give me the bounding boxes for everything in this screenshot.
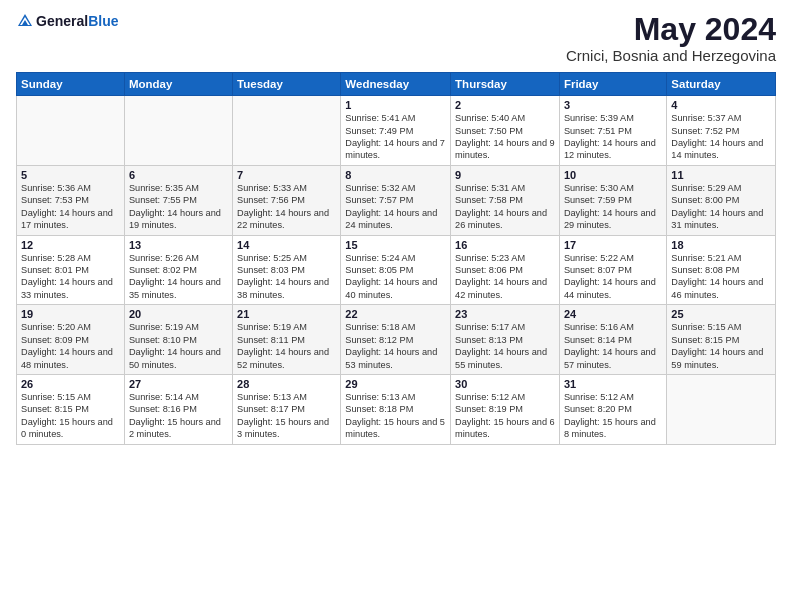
day-number: 3 (564, 99, 662, 111)
day-info: Sunrise: 5:40 AM Sunset: 7:50 PM Dayligh… (455, 112, 555, 162)
calendar-cell: 21Sunrise: 5:19 AM Sunset: 8:11 PM Dayli… (233, 305, 341, 375)
day-number: 12 (21, 239, 120, 251)
calendar-table: Sunday Monday Tuesday Wednesday Thursday… (16, 72, 776, 444)
day-info: Sunrise: 5:30 AM Sunset: 7:59 PM Dayligh… (564, 182, 662, 232)
day-info: Sunrise: 5:22 AM Sunset: 8:07 PM Dayligh… (564, 252, 662, 302)
day-number: 1 (345, 99, 446, 111)
calendar-cell: 1Sunrise: 5:41 AM Sunset: 7:49 PM Daylig… (341, 96, 451, 166)
col-saturday: Saturday (667, 73, 776, 96)
day-number: 23 (455, 308, 555, 320)
calendar-cell: 7Sunrise: 5:33 AM Sunset: 7:56 PM Daylig… (233, 165, 341, 235)
month-title: May 2024 (566, 12, 776, 47)
day-info: Sunrise: 5:18 AM Sunset: 8:12 PM Dayligh… (345, 321, 446, 371)
day-info: Sunrise: 5:35 AM Sunset: 7:55 PM Dayligh… (129, 182, 228, 232)
day-number: 19 (21, 308, 120, 320)
calendar-cell: 2Sunrise: 5:40 AM Sunset: 7:50 PM Daylig… (451, 96, 560, 166)
day-number: 28 (237, 378, 336, 390)
day-info: Sunrise: 5:29 AM Sunset: 8:00 PM Dayligh… (671, 182, 771, 232)
day-number: 15 (345, 239, 446, 251)
day-info: Sunrise: 5:26 AM Sunset: 8:02 PM Dayligh… (129, 252, 228, 302)
calendar-cell: 23Sunrise: 5:17 AM Sunset: 8:13 PM Dayli… (451, 305, 560, 375)
calendar-cell (667, 374, 776, 444)
calendar-cell: 13Sunrise: 5:26 AM Sunset: 8:02 PM Dayli… (124, 235, 232, 305)
day-number: 18 (671, 239, 771, 251)
calendar-cell: 16Sunrise: 5:23 AM Sunset: 8:06 PM Dayli… (451, 235, 560, 305)
day-info: Sunrise: 5:16 AM Sunset: 8:14 PM Dayligh… (564, 321, 662, 371)
day-number: 9 (455, 169, 555, 181)
day-number: 4 (671, 99, 771, 111)
header: GeneralBlue May 2024 Crnici, Bosnia and … (16, 12, 776, 64)
day-number: 22 (345, 308, 446, 320)
day-number: 26 (21, 378, 120, 390)
day-info: Sunrise: 5:28 AM Sunset: 8:01 PM Dayligh… (21, 252, 120, 302)
calendar-week-2: 5Sunrise: 5:36 AM Sunset: 7:53 PM Daylig… (17, 165, 776, 235)
day-info: Sunrise: 5:21 AM Sunset: 8:08 PM Dayligh… (671, 252, 771, 302)
calendar-cell: 15Sunrise: 5:24 AM Sunset: 8:05 PM Dayli… (341, 235, 451, 305)
calendar-week-5: 26Sunrise: 5:15 AM Sunset: 8:15 PM Dayli… (17, 374, 776, 444)
day-number: 24 (564, 308, 662, 320)
calendar-cell: 4Sunrise: 5:37 AM Sunset: 7:52 PM Daylig… (667, 96, 776, 166)
calendar-week-3: 12Sunrise: 5:28 AM Sunset: 8:01 PM Dayli… (17, 235, 776, 305)
day-info: Sunrise: 5:39 AM Sunset: 7:51 PM Dayligh… (564, 112, 662, 162)
col-wednesday: Wednesday (341, 73, 451, 96)
day-number: 21 (237, 308, 336, 320)
day-number: 27 (129, 378, 228, 390)
day-info: Sunrise: 5:13 AM Sunset: 8:18 PM Dayligh… (345, 391, 446, 441)
day-number: 13 (129, 239, 228, 251)
logo: GeneralBlue (16, 12, 118, 30)
calendar-cell: 14Sunrise: 5:25 AM Sunset: 8:03 PM Dayli… (233, 235, 341, 305)
calendar-cell: 28Sunrise: 5:13 AM Sunset: 8:17 PM Dayli… (233, 374, 341, 444)
calendar-week-1: 1Sunrise: 5:41 AM Sunset: 7:49 PM Daylig… (17, 96, 776, 166)
day-info: Sunrise: 5:13 AM Sunset: 8:17 PM Dayligh… (237, 391, 336, 441)
calendar-cell (124, 96, 232, 166)
calendar-cell: 9Sunrise: 5:31 AM Sunset: 7:58 PM Daylig… (451, 165, 560, 235)
day-info: Sunrise: 5:32 AM Sunset: 7:57 PM Dayligh… (345, 182, 446, 232)
day-info: Sunrise: 5:25 AM Sunset: 8:03 PM Dayligh… (237, 252, 336, 302)
day-number: 17 (564, 239, 662, 251)
day-info: Sunrise: 5:20 AM Sunset: 8:09 PM Dayligh… (21, 321, 120, 371)
day-info: Sunrise: 5:24 AM Sunset: 8:05 PM Dayligh… (345, 252, 446, 302)
logo-blue: Blue (88, 13, 118, 29)
col-sunday: Sunday (17, 73, 125, 96)
logo-text: GeneralBlue (36, 12, 118, 30)
calendar-cell: 22Sunrise: 5:18 AM Sunset: 8:12 PM Dayli… (341, 305, 451, 375)
col-friday: Friday (559, 73, 666, 96)
calendar-cell: 19Sunrise: 5:20 AM Sunset: 8:09 PM Dayli… (17, 305, 125, 375)
day-info: Sunrise: 5:15 AM Sunset: 8:15 PM Dayligh… (21, 391, 120, 441)
day-info: Sunrise: 5:36 AM Sunset: 7:53 PM Dayligh… (21, 182, 120, 232)
day-number: 30 (455, 378, 555, 390)
day-number: 5 (21, 169, 120, 181)
calendar-cell: 31Sunrise: 5:12 AM Sunset: 8:20 PM Dayli… (559, 374, 666, 444)
calendar-week-4: 19Sunrise: 5:20 AM Sunset: 8:09 PM Dayli… (17, 305, 776, 375)
day-info: Sunrise: 5:31 AM Sunset: 7:58 PM Dayligh… (455, 182, 555, 232)
logo-icon (16, 12, 34, 30)
calendar-cell: 12Sunrise: 5:28 AM Sunset: 8:01 PM Dayli… (17, 235, 125, 305)
day-number: 16 (455, 239, 555, 251)
calendar-cell (17, 96, 125, 166)
day-number: 6 (129, 169, 228, 181)
calendar-page: GeneralBlue May 2024 Crnici, Bosnia and … (0, 0, 792, 612)
calendar-cell: 17Sunrise: 5:22 AM Sunset: 8:07 PM Dayli… (559, 235, 666, 305)
day-number: 29 (345, 378, 446, 390)
day-info: Sunrise: 5:19 AM Sunset: 8:11 PM Dayligh… (237, 321, 336, 371)
day-number: 11 (671, 169, 771, 181)
day-number: 14 (237, 239, 336, 251)
calendar-cell: 18Sunrise: 5:21 AM Sunset: 8:08 PM Dayli… (667, 235, 776, 305)
day-info: Sunrise: 5:23 AM Sunset: 8:06 PM Dayligh… (455, 252, 555, 302)
day-info: Sunrise: 5:19 AM Sunset: 8:10 PM Dayligh… (129, 321, 228, 371)
calendar-cell: 29Sunrise: 5:13 AM Sunset: 8:18 PM Dayli… (341, 374, 451, 444)
day-number: 31 (564, 378, 662, 390)
location-title: Crnici, Bosnia and Herzegovina (566, 47, 776, 64)
day-info: Sunrise: 5:33 AM Sunset: 7:56 PM Dayligh… (237, 182, 336, 232)
day-info: Sunrise: 5:14 AM Sunset: 8:16 PM Dayligh… (129, 391, 228, 441)
logo-general: General (36, 13, 88, 29)
calendar-cell: 27Sunrise: 5:14 AM Sunset: 8:16 PM Dayli… (124, 374, 232, 444)
calendar-cell: 20Sunrise: 5:19 AM Sunset: 8:10 PM Dayli… (124, 305, 232, 375)
day-info: Sunrise: 5:37 AM Sunset: 7:52 PM Dayligh… (671, 112, 771, 162)
day-info: Sunrise: 5:41 AM Sunset: 7:49 PM Dayligh… (345, 112, 446, 162)
calendar-cell: 11Sunrise: 5:29 AM Sunset: 8:00 PM Dayli… (667, 165, 776, 235)
calendar-cell: 10Sunrise: 5:30 AM Sunset: 7:59 PM Dayli… (559, 165, 666, 235)
day-number: 20 (129, 308, 228, 320)
calendar-cell: 8Sunrise: 5:32 AM Sunset: 7:57 PM Daylig… (341, 165, 451, 235)
day-number: 10 (564, 169, 662, 181)
